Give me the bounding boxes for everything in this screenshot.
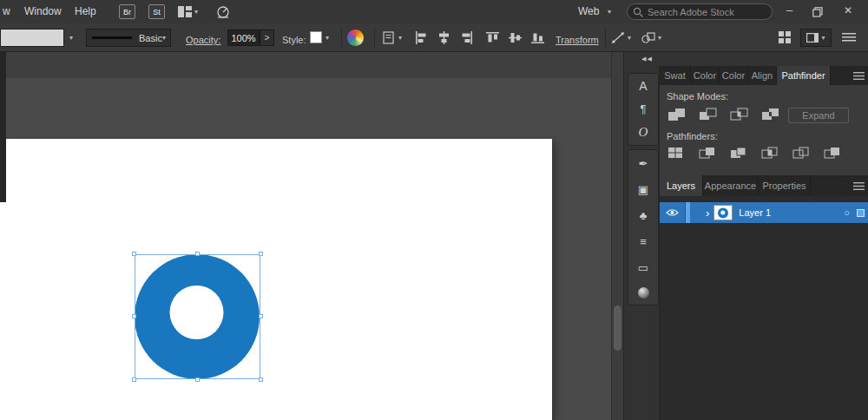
gpu-performance-icon[interactable] [215,4,231,18]
crop-icon[interactable] [760,146,779,160]
align-center-icon[interactable] [437,31,450,44]
stock-button[interactable]: St [148,4,165,19]
width-tool-panel-icon[interactable]: ✒ [639,157,648,170]
unite-icon[interactable] [667,107,687,121]
layer-row[interactable]: › Layer 1 ○ [660,202,868,223]
stroke-panel-icon[interactable]: ≡ [640,235,647,248]
chevron-down-icon[interactable]: ▾ [658,35,661,42]
appearance-panel-icon[interactable]: ▭ [638,261,648,274]
arrange-documents-icon[interactable] [178,6,192,17]
tab-layers[interactable]: Layers [660,175,703,196]
pathfinder-panel: Shape Modes: Expand Pathf [660,85,868,175]
variable-width-profile-preview[interactable] [0,29,64,47]
layer-name[interactable]: Layer 1 [739,207,771,218]
shape-modes-label: Shape Modes: [667,91,728,102]
canvas-top-shade [0,52,623,78]
minus-back-icon[interactable] [823,146,841,160]
opacity-value-field[interactable]: 100% [227,30,260,46]
chevron-down-icon: ▾ [162,35,166,42]
opentype-panel-icon[interactable]: O [639,125,648,140]
eye-icon [666,208,679,217]
document-setup-icon[interactable] [383,31,396,44]
bridge-button[interactable]: Br [119,4,135,19]
outline-icon[interactable] [792,146,810,160]
menu-item-window[interactable]: Window [24,5,62,17]
divide-icon[interactable] [667,146,685,160]
tab-color[interactable]: Color [691,66,720,85]
tab-swatches[interactable]: Swat [660,66,691,85]
control-bar: ▾ Basic ▾ Opacity: 100% > Style: ▾ ▾ [0,23,868,52]
style-swatch[interactable] [310,31,322,43]
divider [605,28,606,48]
layer-selection-accent [686,202,690,223]
layer-thumbnail[interactable] [713,205,733,220]
tab-color-guide[interactable]: Color [720,66,748,85]
minimize-button[interactable]: – [786,3,792,16]
scrollbar-thumb[interactable] [614,305,621,351]
layer-selected-indicator[interactable] [857,209,865,217]
shape-modes-row [667,107,780,121]
search-adobe-stock-box[interactable] [627,3,773,20]
layers-panel[interactable]: › Layer 1 ○ [660,196,868,420]
panel-menu-icon[interactable] [853,175,868,196]
donut-shape[interactable] [126,246,268,388]
brush-definition-dropdown[interactable]: Basic ▾ [86,29,171,47]
vertical-align-top-icon[interactable] [486,31,499,44]
layer-target-circle[interactable]: ○ [844,207,850,218]
vertical-align-center-icon[interactable] [509,31,522,44]
layer-expand-arrow[interactable]: › [706,207,709,219]
brush-name: Basic [139,33,162,43]
tab-pathfinder[interactable]: Pathfinder [777,66,831,85]
minus-front-icon[interactable] [698,107,718,121]
gradient-panel-icon[interactable] [638,287,649,299]
workspace-grid-icon[interactable] [779,31,792,44]
tab-align[interactable]: Align [748,66,777,85]
chevron-down-icon: ▾ [821,35,825,42]
opacity-link[interactable]: Opacity: [186,35,220,45]
intersect-icon[interactable] [729,107,749,121]
menu-item-view-partial[interactable]: w [3,5,10,17]
chevron-down-icon[interactable]: ▾ [628,35,631,42]
symbols-panel-icon[interactable]: ♣ [640,209,648,222]
chevron-down-icon[interactable]: ▾ [194,9,198,16]
panel-dock: ◀◀ A ¶ O ✒ ▣ ♣ ≡ ▭ Swat Color Color Alig… [623,52,868,420]
shape-builder-icon[interactable] [641,31,655,44]
tab-appearance[interactable]: Appearance [703,175,759,196]
panel-dock-dropdown[interactable]: ▾ [800,29,832,47]
artboard-panel-icon[interactable]: ▣ [638,183,648,196]
divider [341,28,342,48]
menu-item-help[interactable]: Help [75,5,96,17]
panel-stack: Swat Color Color Align Pathfinder Shape … [659,66,868,420]
control-bar-menu-icon[interactable] [842,33,856,42]
dock-header: ◀◀ [624,52,868,66]
vertical-align-bottom-icon[interactable] [531,31,544,44]
layers-tab-bar: Layers Appearance Properties [660,175,868,196]
search-input[interactable] [648,7,760,17]
tab-properties[interactable]: Properties [759,175,811,196]
chevron-down-icon[interactable]: ▾ [326,35,329,42]
exclude-icon[interactable] [760,107,780,121]
align-right-icon[interactable] [460,31,473,44]
paragraph-panel-icon[interactable]: ¶ [641,102,647,115]
chevron-down-icon[interactable]: ▾ [608,9,611,16]
chevron-down-icon[interactable]: ▾ [69,35,73,42]
transform-link[interactable]: Transform [556,35,599,45]
workspace-switcher[interactable]: Web [578,5,599,17]
recolor-artwork-icon[interactable] [347,30,364,46]
close-button[interactable]: ✕ [844,4,852,16]
pathfinder-tab-bar: Swat Color Color Align Pathfinder [660,66,868,85]
opacity-stepper-button[interactable]: > [260,30,274,46]
free-transform-icon[interactable] [611,31,625,44]
artboard[interactable] [0,139,552,420]
restore-button[interactable] [812,7,823,17]
collapse-panels-icon[interactable]: ◀◀ [641,56,653,62]
visibility-toggle[interactable] [660,202,686,223]
vertical-scrollbar[interactable] [611,52,623,420]
panel-menu-icon[interactable] [853,66,868,85]
align-left-icon[interactable] [415,31,428,44]
character-panel-icon[interactable]: A [639,79,647,93]
expand-button[interactable]: Expand [788,108,849,123]
trim-icon[interactable] [698,146,716,160]
chevron-down-icon[interactable]: ▾ [398,35,402,42]
merge-icon[interactable] [729,146,747,160]
